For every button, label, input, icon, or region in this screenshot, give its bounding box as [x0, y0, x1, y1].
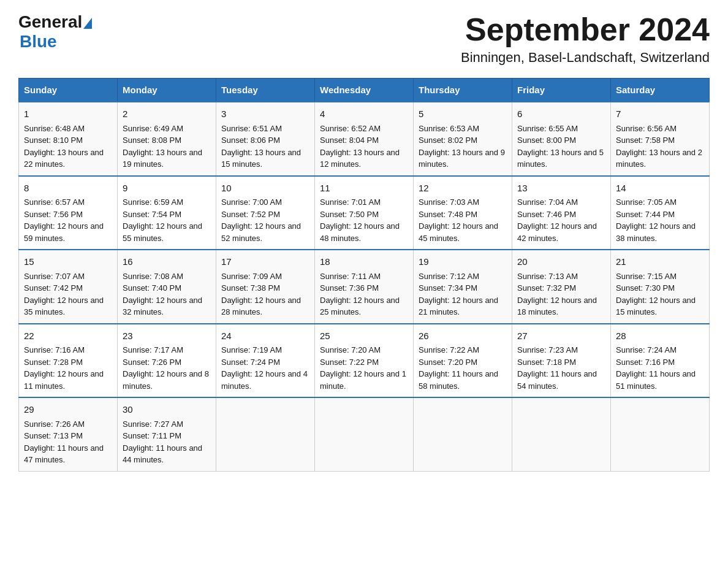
day-number: 29	[24, 403, 112, 417]
day-number: 1	[24, 107, 112, 121]
calendar-cell: 4Sunrise: 6:52 AMSunset: 8:04 PMDaylight…	[315, 102, 414, 176]
calendar-cell: 24Sunrise: 7:19 AMSunset: 7:24 PMDayligh…	[216, 324, 315, 398]
day-info: Sunrise: 7:01 AMSunset: 7:50 PMDaylight:…	[320, 197, 400, 243]
calendar-cell: 6Sunrise: 6:55 AMSunset: 8:00 PMDaylight…	[512, 102, 611, 176]
day-info: Sunrise: 7:07 AMSunset: 7:42 PMDaylight:…	[24, 272, 104, 317]
day-number: 25	[320, 329, 408, 343]
day-number: 23	[123, 329, 211, 343]
day-number: 20	[517, 255, 605, 269]
day-number: 24	[221, 329, 309, 343]
calendar-cell: 9Sunrise: 6:59 AMSunset: 7:54 PMDaylight…	[118, 176, 216, 250]
week-row-2: 8Sunrise: 6:57 AMSunset: 7:56 PMDaylight…	[19, 176, 710, 250]
week-row-4: 22Sunrise: 7:16 AMSunset: 7:28 PMDayligh…	[19, 324, 710, 398]
week-row-1: 1Sunrise: 6:48 AMSunset: 8:10 PMDaylight…	[19, 102, 710, 176]
weekday-header-thursday: Thursday	[414, 79, 512, 102]
calendar-cell: 30Sunrise: 7:27 AMSunset: 7:11 PMDayligh…	[118, 397, 216, 471]
title-section: September 2024 Binningen, Basel-Landscha…	[461, 12, 710, 66]
day-number: 11	[320, 182, 408, 196]
day-number: 27	[517, 329, 605, 343]
day-info: Sunrise: 7:20 AMSunset: 7:22 PMDaylight:…	[320, 345, 406, 391]
logo: General Blue	[18, 12, 93, 52]
day-info: Sunrise: 6:51 AMSunset: 8:06 PMDaylight:…	[221, 124, 301, 169]
day-number: 5	[419, 107, 507, 121]
calendar-cell: 20Sunrise: 7:13 AMSunset: 7:32 PMDayligh…	[512, 250, 611, 324]
calendar-cell: 5Sunrise: 6:53 AMSunset: 8:02 PMDaylight…	[414, 102, 512, 176]
day-info: Sunrise: 6:57 AMSunset: 7:56 PMDaylight:…	[24, 197, 104, 243]
weekday-header-saturday: Saturday	[611, 79, 710, 102]
day-info: Sunrise: 7:17 AMSunset: 7:26 PMDaylight:…	[123, 345, 209, 391]
day-info: Sunrise: 7:11 AMSunset: 7:36 PMDaylight:…	[320, 272, 400, 317]
calendar-cell: 17Sunrise: 7:09 AMSunset: 7:38 PMDayligh…	[216, 250, 315, 324]
weekday-header-sunday: Sunday	[19, 79, 118, 102]
day-info: Sunrise: 7:23 AMSunset: 7:18 PMDaylight:…	[517, 345, 597, 391]
day-info: Sunrise: 7:12 AMSunset: 7:34 PMDaylight:…	[419, 272, 498, 317]
weekday-header-wednesday: Wednesday	[315, 79, 414, 102]
day-info: Sunrise: 6:59 AMSunset: 7:54 PMDaylight:…	[123, 197, 202, 243]
day-info: Sunrise: 7:05 AMSunset: 7:44 PMDaylight:…	[616, 197, 696, 243]
calendar-cell: 16Sunrise: 7:08 AMSunset: 7:40 PMDayligh…	[118, 250, 216, 324]
day-info: Sunrise: 7:19 AMSunset: 7:24 PMDaylight:…	[221, 345, 308, 391]
logo-blue-text: Blue	[20, 32, 57, 51]
day-info: Sunrise: 7:04 AMSunset: 7:46 PMDaylight:…	[517, 197, 597, 243]
page-header: General Blue September 2024 Binningen, B…	[18, 12, 710, 66]
weekday-header-monday: Monday	[118, 79, 216, 102]
calendar-cell: 3Sunrise: 6:51 AMSunset: 8:06 PMDaylight…	[216, 102, 315, 176]
calendar-cell: 8Sunrise: 6:57 AMSunset: 7:56 PMDaylight…	[19, 176, 118, 250]
week-row-5: 29Sunrise: 7:26 AMSunset: 7:13 PMDayligh…	[19, 397, 710, 471]
day-number: 17	[221, 255, 309, 269]
day-info: Sunrise: 7:00 AMSunset: 7:52 PMDaylight:…	[221, 197, 301, 243]
day-info: Sunrise: 6:55 AMSunset: 8:00 PMDaylight:…	[517, 124, 604, 169]
day-info: Sunrise: 7:08 AMSunset: 7:40 PMDaylight:…	[123, 272, 202, 317]
day-info: Sunrise: 7:27 AMSunset: 7:11 PMDaylight:…	[123, 419, 202, 465]
day-info: Sunrise: 7:09 AMSunset: 7:38 PMDaylight:…	[221, 272, 301, 317]
day-info: Sunrise: 7:24 AMSunset: 7:16 PMDaylight:…	[616, 345, 696, 391]
logo-triangle-icon	[83, 18, 92, 29]
day-number: 19	[419, 255, 507, 269]
calendar-cell: 26Sunrise: 7:22 AMSunset: 7:20 PMDayligh…	[414, 324, 512, 398]
day-info: Sunrise: 7:16 AMSunset: 7:28 PMDaylight:…	[24, 345, 104, 391]
calendar-cell: 13Sunrise: 7:04 AMSunset: 7:46 PMDayligh…	[512, 176, 611, 250]
day-number: 18	[320, 255, 408, 269]
day-number: 10	[221, 182, 309, 196]
day-number: 30	[123, 403, 211, 417]
day-info: Sunrise: 6:48 AMSunset: 8:10 PMDaylight:…	[24, 124, 104, 169]
day-number: 26	[419, 329, 507, 343]
day-number: 9	[123, 182, 211, 196]
calendar-cell: 1Sunrise: 6:48 AMSunset: 8:10 PMDaylight…	[19, 102, 118, 176]
calendar-cell: 15Sunrise: 7:07 AMSunset: 7:42 PMDayligh…	[19, 250, 118, 324]
calendar-cell: 22Sunrise: 7:16 AMSunset: 7:28 PMDayligh…	[19, 324, 118, 398]
location-title: Binningen, Basel-Landschaft, Switzerland	[461, 50, 710, 66]
logo-general-text: General	[18, 12, 82, 32]
calendar-cell: 12Sunrise: 7:03 AMSunset: 7:48 PMDayligh…	[414, 176, 512, 250]
day-info: Sunrise: 6:49 AMSunset: 8:08 PMDaylight:…	[123, 124, 202, 169]
weekday-header-tuesday: Tuesday	[216, 79, 315, 102]
day-info: Sunrise: 6:53 AMSunset: 8:02 PMDaylight:…	[419, 124, 505, 169]
calendar-cell	[611, 397, 710, 471]
day-info: Sunrise: 6:56 AMSunset: 7:58 PMDaylight:…	[616, 124, 702, 169]
calendar-cell: 2Sunrise: 6:49 AMSunset: 8:08 PMDaylight…	[118, 102, 216, 176]
day-info: Sunrise: 7:15 AMSunset: 7:30 PMDaylight:…	[616, 272, 696, 317]
day-number: 7	[616, 107, 704, 121]
weekday-header-row: SundayMondayTuesdayWednesdayThursdayFrid…	[19, 79, 710, 102]
day-number: 4	[320, 107, 408, 121]
month-title: September 2024	[461, 12, 710, 47]
calendar-cell	[315, 397, 414, 471]
calendar-cell: 28Sunrise: 7:24 AMSunset: 7:16 PMDayligh…	[611, 324, 710, 398]
day-number: 21	[616, 255, 704, 269]
day-info: Sunrise: 7:22 AMSunset: 7:20 PMDaylight:…	[419, 345, 498, 391]
calendar-cell: 18Sunrise: 7:11 AMSunset: 7:36 PMDayligh…	[315, 250, 414, 324]
calendar-cell: 21Sunrise: 7:15 AMSunset: 7:30 PMDayligh…	[611, 250, 710, 324]
calendar-cell	[512, 397, 611, 471]
calendar-cell: 10Sunrise: 7:00 AMSunset: 7:52 PMDayligh…	[216, 176, 315, 250]
day-number: 2	[123, 107, 211, 121]
calendar-cell: 29Sunrise: 7:26 AMSunset: 7:13 PMDayligh…	[19, 397, 118, 471]
day-info: Sunrise: 6:52 AMSunset: 8:04 PMDaylight:…	[320, 124, 400, 169]
calendar-cell	[216, 397, 315, 471]
calendar-cell: 14Sunrise: 7:05 AMSunset: 7:44 PMDayligh…	[611, 176, 710, 250]
weekday-header-friday: Friday	[512, 79, 611, 102]
day-number: 13	[517, 182, 605, 196]
day-info: Sunrise: 7:03 AMSunset: 7:48 PMDaylight:…	[419, 197, 498, 243]
day-info: Sunrise: 7:26 AMSunset: 7:13 PMDaylight:…	[24, 419, 104, 465]
day-number: 12	[419, 182, 507, 196]
day-number: 16	[123, 255, 211, 269]
